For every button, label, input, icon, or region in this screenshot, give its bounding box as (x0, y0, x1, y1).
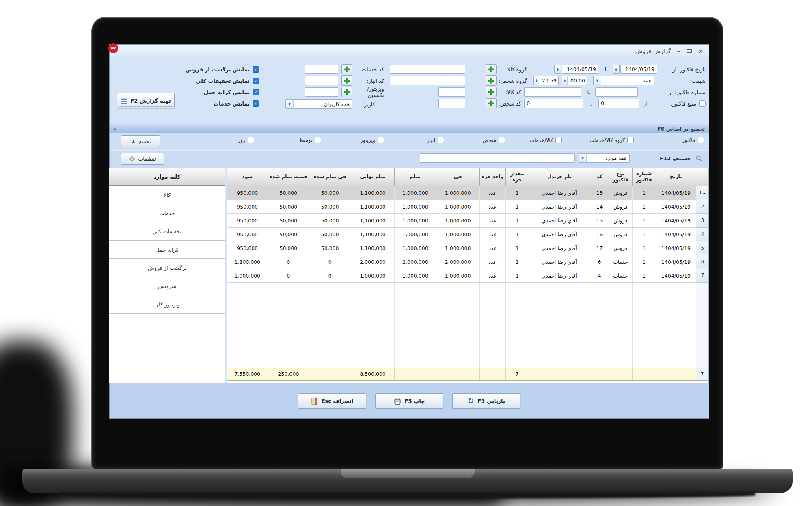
cell-code[interactable]: 13 (590, 186, 609, 200)
cell-total-cost[interactable]: 50,000 (268, 241, 309, 255)
sidebar-item[interactable]: خدمات (109, 204, 225, 222)
cell-buyer[interactable]: آقاي رضا احمدي (529, 200, 590, 213)
cell-amount[interactable]: 1,000,000 (394, 241, 436, 255)
row-number-cell[interactable]: 7 (696, 269, 708, 282)
cell-profit[interactable]: 950,000 (227, 241, 268, 255)
col-header-total-cost[interactable]: قیمت تمام شده (268, 168, 309, 186)
cell-amount[interactable]: 1,000,000 (394, 200, 436, 213)
row-number-cell[interactable]: ◄1 (696, 186, 708, 200)
table-row[interactable]: 2 1404/05/19 1 فروش 14 آقاي رضا احمدي 1 … (227, 200, 708, 213)
item-group-input[interactable] (390, 65, 465, 74)
cell-code[interactable]: 16 (590, 227, 609, 241)
table-row[interactable]: 7 1404/05/19 1 خدمات 4 آقاي رضا احمدي 1 … (227, 269, 708, 282)
item-code-input[interactable] (438, 87, 465, 97)
cell-amount[interactable]: 1,000,000 (394, 213, 436, 227)
cell-date[interactable]: 1404/05/19 (656, 269, 696, 282)
col-header-code[interactable]: کد (590, 168, 609, 186)
cell-qty[interactable]: 1 (506, 213, 529, 227)
col-header-profit[interactable]: سود (227, 168, 268, 186)
prepare-report-button[interactable]: تهیه گزارش F2 (117, 93, 175, 108)
cell-final-amount[interactable]: 1,000,000 (351, 269, 395, 282)
cell-code[interactable]: 4 (590, 269, 609, 282)
cell-unit-cost[interactable]: 50,000 (309, 227, 351, 241)
cell-invoice-no[interactable]: 1 (632, 269, 656, 282)
person-group-add-button[interactable] (486, 75, 497, 86)
aggregate-button[interactable]: تجمیع Σ (121, 135, 160, 147)
cell-qty[interactable]: 1 (506, 200, 529, 213)
row-number-cell[interactable]: 2 (696, 200, 708, 213)
agg-checkbox[interactable] (438, 137, 444, 143)
cell-code[interactable]: 15 (590, 213, 609, 227)
cell-amount[interactable]: 1,000,000 (394, 227, 436, 241)
cell-final-amount[interactable]: 2,000,000 (351, 255, 395, 269)
sidebar-item-all[interactable]: کلیه موارد (109, 168, 225, 186)
table-row[interactable]: ◄1 1404/05/19 1 فروش 13 آقاي رضا احمدي 1… (227, 186, 708, 200)
cell-invoice-no[interactable]: 1 (632, 227, 656, 241)
date-to-spinner[interactable]: ▲▼ (554, 65, 561, 74)
cell-unit[interactable]: عدد (479, 186, 506, 200)
sidebar-item[interactable]: برگشت از فروش (109, 259, 225, 277)
cell-buyer[interactable]: آقاي رضا احمدي (529, 227, 590, 241)
table-row[interactable]: 6 1404/05/19 1 خدمات 6 آقاي رضا احمدي 1 … (227, 255, 708, 269)
cell-unit[interactable]: عدد (479, 269, 506, 282)
agg-checkbox[interactable] (248, 137, 254, 143)
time-to-input[interactable]: ▲▼ 23:59 (533, 76, 559, 85)
agg-checkbox[interactable] (378, 137, 384, 143)
time-spinner-icon[interactable]: ▲▼ (562, 76, 568, 85)
show-option-checkbox[interactable]: ✓ (253, 100, 259, 107)
cell-unit[interactable]: عدد (479, 213, 506, 227)
cell-buyer[interactable]: آقاي رضا احمدي (529, 269, 590, 282)
cell-fee[interactable]: 1,000,000 (436, 186, 479, 200)
show-option-checkbox[interactable]: ✓ (253, 89, 259, 95)
invoice-no-to-input[interactable] (524, 87, 581, 97)
row-number-cell[interactable]: 4 (696, 227, 708, 241)
cell-invoice-type[interactable]: خدمات (609, 269, 632, 282)
cell-profit[interactable]: 1,000,000 (227, 269, 268, 282)
cell-qty[interactable]: 1 (506, 269, 529, 282)
cell-unit[interactable]: عدد (479, 241, 506, 255)
visitor-input[interactable] (305, 87, 338, 97)
cell-unit[interactable]: عدد (479, 227, 506, 241)
cell-amount[interactable]: 1,000,000 (394, 186, 436, 200)
collapse-arrow-icon[interactable]: ▲ (114, 127, 116, 131)
cell-final-amount[interactable]: 1,100,000 (351, 241, 395, 255)
cell-invoice-type[interactable]: فروش (609, 241, 632, 255)
retrieve-button[interactable]: بازیابی F3 ↻ (452, 393, 520, 409)
cell-total-cost[interactable]: 50,000 (268, 227, 309, 241)
col-header-fee[interactable]: فی (436, 168, 479, 186)
cell-qty[interactable]: 1 (506, 255, 529, 269)
cell-unit-cost[interactable]: 50,000 (309, 241, 351, 255)
table-row[interactable]: 4 1404/05/19 1 فروش 16 آقاي رضا احمدي 1 … (227, 227, 708, 241)
cell-date[interactable]: 1404/05/19 (656, 255, 696, 269)
table-row[interactable]: 5 1404/05/19 1 فروش 17 آقاي رضا احمدي 1 … (227, 241, 708, 255)
settings-button[interactable]: تنظیمات (121, 153, 164, 165)
cell-invoice-type[interactable]: فروش (609, 200, 632, 213)
cell-profit[interactable]: 950,000 (227, 200, 268, 213)
cell-invoice-no[interactable]: 1 (632, 186, 656, 200)
agg-checkbox[interactable] (499, 137, 505, 143)
close-button[interactable]: × (698, 48, 703, 54)
sidebar-item[interactable]: ویزیتور کلی (109, 295, 225, 314)
person-code-add-button[interactable] (486, 98, 497, 108)
col-header-qty[interactable]: مقدار جزء (506, 168, 529, 186)
cell-amount[interactable]: 1,000,000 (394, 269, 436, 282)
item-code-add-button[interactable] (486, 87, 497, 97)
print-button[interactable]: چاپ F5 (375, 393, 443, 409)
col-header-invoice-type[interactable]: نوع فاکتور (609, 168, 632, 186)
invoice-amount-checkbox[interactable] (699, 100, 706, 107)
col-header-unit-cost[interactable]: فی تمام شده (309, 168, 351, 186)
cell-final-amount[interactable]: 1,100,000 (351, 200, 395, 213)
cell-date[interactable]: 1404/05/19 (656, 241, 696, 255)
aggregate-header-bar[interactable]: تجمیع بر اساس F8 ▲ (110, 124, 709, 133)
cell-fee[interactable]: 1,000,000 (436, 200, 479, 213)
col-header-date[interactable]: تاریخ (656, 168, 696, 186)
cell-buyer[interactable]: آقاي رضا احمدي (529, 213, 590, 227)
agg-checkbox[interactable] (698, 137, 704, 143)
cell-buyer[interactable]: آقاي رضا احمدي (529, 186, 590, 200)
cell-invoice-type[interactable]: فروش (609, 186, 632, 200)
person-group-input[interactable] (390, 76, 465, 85)
cell-unit-cost[interactable]: 0 (309, 255, 351, 269)
cell-invoice-type[interactable]: خدمات (609, 255, 632, 269)
col-header-unit[interactable]: واحد جزء (479, 168, 506, 186)
cell-final-amount[interactable]: 1,100,000 (351, 213, 395, 227)
